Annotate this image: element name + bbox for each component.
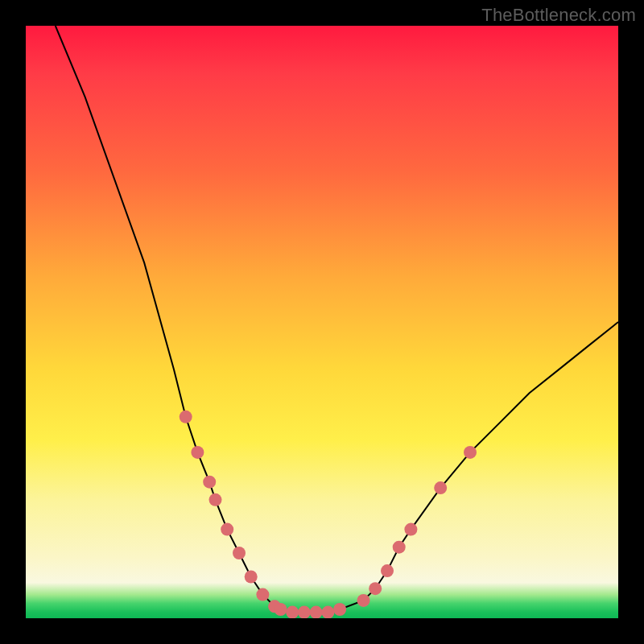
curve-marker	[464, 446, 477, 459]
bottleneck-curve-path	[56, 26, 618, 613]
curve-marker	[180, 411, 192, 423]
plot-area	[26, 26, 618, 618]
curve-marker	[310, 606, 323, 618]
curve-marker	[357, 594, 370, 607]
bottleneck-curve-svg	[26, 26, 618, 618]
curve-marker	[298, 606, 311, 618]
curve-marker	[393, 541, 406, 554]
marker-group	[180, 411, 477, 618]
curve-marker	[245, 571, 258, 584]
curve-marker	[209, 493, 222, 506]
curve-marker	[434, 481, 447, 494]
curve-marker	[233, 547, 246, 559]
curve-marker	[286, 606, 299, 618]
curve-marker	[221, 523, 233, 536]
curve-marker	[321, 606, 334, 618]
chart-frame: TheBottleneck.com	[0, 0, 644, 644]
curve-marker	[333, 603, 346, 616]
curve-marker	[191, 446, 204, 459]
curve-marker	[404, 523, 417, 536]
curve-marker	[369, 582, 382, 595]
curve-marker	[275, 603, 287, 616]
curve-marker	[256, 588, 269, 601]
curve-marker	[381, 564, 394, 577]
watermark-text: TheBottleneck.com	[481, 5, 636, 26]
curve-marker	[203, 476, 216, 489]
